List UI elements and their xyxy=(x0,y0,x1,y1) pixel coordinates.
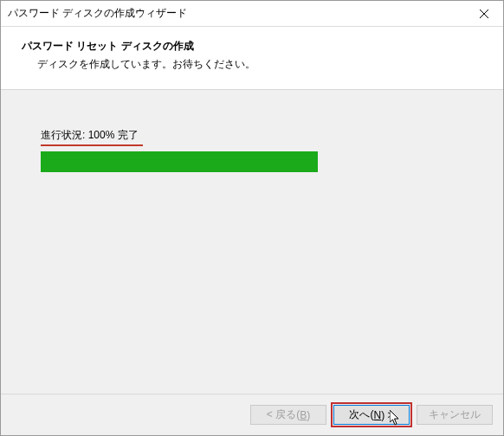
back-button-key: B xyxy=(300,409,307,421)
back-button-prefix: < 戻る( xyxy=(267,407,300,422)
header-subtitle: ディスクを作成しています。お待ちください。 xyxy=(22,57,482,72)
close-icon xyxy=(480,10,488,18)
header-area: パスワード リセット ディスクの作成 ディスクを作成しています。お待ちください。 xyxy=(1,27,503,89)
next-button-suffix: ) > xyxy=(381,409,393,421)
progress-label: 進行状況: 100% 完了 xyxy=(41,128,463,143)
content-area: 進行状況: 100% 完了 xyxy=(1,89,503,394)
window-title: パスワード ディスクの作成ウィザード xyxy=(8,6,464,21)
titlebar: パスワード ディスクの作成ウィザード xyxy=(1,1,503,27)
back-button: < 戻る(B) xyxy=(250,405,326,425)
wizard-window: パスワード ディスクの作成ウィザード パスワード リセット ディスクの作成 ディ… xyxy=(0,0,504,436)
cancel-button: キャンセル xyxy=(417,405,493,425)
next-button[interactable]: 次へ(N) > xyxy=(333,405,410,425)
back-button-suffix: ) xyxy=(307,409,310,421)
button-bar: < 戻る(B) 次へ(N) > キャンセル xyxy=(1,394,503,435)
close-button[interactable] xyxy=(464,1,503,26)
header-title: パスワード リセット ディスクの作成 xyxy=(22,39,482,54)
cancel-button-label: キャンセル xyxy=(429,407,481,422)
progress-bar xyxy=(41,151,318,172)
highlight-underline xyxy=(41,144,143,146)
next-button-prefix: 次へ( xyxy=(349,407,373,422)
next-button-key: N xyxy=(373,409,381,421)
progress-bar-fill xyxy=(41,151,318,172)
